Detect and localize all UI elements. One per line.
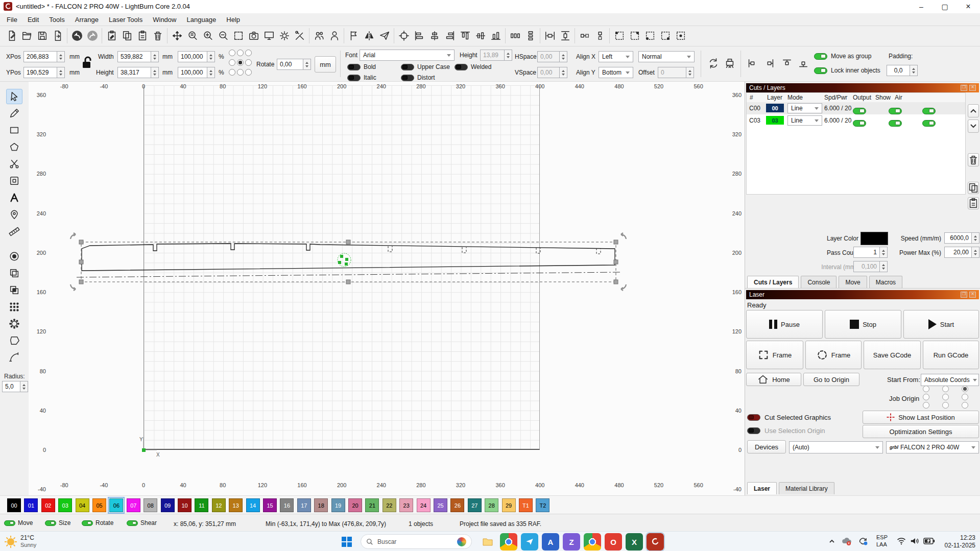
text-tool-tool[interactable] <box>6 190 22 205</box>
xpos-spinner[interactable] <box>57 51 65 62</box>
anchor-point-0-2[interactable] <box>245 50 252 56</box>
start-from-dropdown[interactable]: Absolute Coords <box>921 374 979 386</box>
job-origin-1-0[interactable] <box>923 394 929 400</box>
frame-tool-tool[interactable] <box>6 173 22 188</box>
palette-color-23[interactable]: 23 <box>399 498 413 512</box>
anchor-point-0-0[interactable] <box>229 50 235 56</box>
align-middle-icon[interactable] <box>473 29 488 43</box>
speed-spinner[interactable] <box>972 232 979 244</box>
nudge-h-icon[interactable] <box>577 29 592 43</box>
variable-text-refresh-icon[interactable] <box>706 56 721 70</box>
undo-icon[interactable] <box>69 29 84 43</box>
palette-color-03[interactable]: 03 <box>58 498 72 512</box>
layer-mode-dropdown[interactable]: Line <box>787 103 822 113</box>
pass-spinner[interactable] <box>880 247 888 258</box>
text-style-dropdown[interactable]: Normal <box>638 51 695 62</box>
polygon-edit-tool[interactable] <box>6 333 22 348</box>
palette-color-T1[interactable]: T1 <box>519 498 533 512</box>
new-file-icon[interactable] <box>4 29 19 43</box>
clock-date[interactable]: 02-11-2025 <box>939 542 975 549</box>
pin-tool-tool[interactable] <box>6 207 22 222</box>
push-left-icon[interactable] <box>745 56 759 70</box>
hspace-spinner[interactable] <box>560 51 567 62</box>
palette-color-28[interactable]: 28 <box>485 498 498 512</box>
width-field[interactable]: 539,882 <box>117 51 159 62</box>
onedrive-error-icon[interactable] <box>842 537 852 546</box>
tab-console[interactable]: Console <box>801 276 836 288</box>
search-box[interactable]: Buscar <box>361 534 472 549</box>
lock-aspect-icon[interactable] <box>81 55 94 70</box>
home-button[interactable]: Home <box>746 373 801 386</box>
taskbar-app-app-purple[interactable]: Z <box>563 533 580 550</box>
units-button[interactable]: mm <box>315 56 336 73</box>
frame-rubber-button[interactable]: Frame <box>805 341 862 369</box>
layer-mode-dropdown[interactable]: Line <box>787 115 822 126</box>
show-toggle[interactable] <box>889 120 902 127</box>
job-origin-0-1[interactable] <box>942 386 949 392</box>
menu-language[interactable]: Language <box>182 14 221 25</box>
polygon-tool[interactable] <box>6 139 22 155</box>
print-cut-icon[interactable] <box>722 56 737 70</box>
device-tools-icon[interactable] <box>292 29 307 43</box>
pass-count-field[interactable]: 1 <box>853 247 888 258</box>
job-origin-2-2[interactable] <box>962 402 968 409</box>
taskbar-app-excel[interactable]: X <box>626 533 643 550</box>
alignx-dropdown[interactable]: Left <box>599 51 633 62</box>
start-button[interactable] <box>341 536 352 547</box>
rotate-toggle[interactable]: Rotate <box>82 519 113 526</box>
air-toggle[interactable] <box>922 120 936 127</box>
frame-selection-icon[interactable] <box>231 29 246 43</box>
palette-color-18[interactable]: 18 <box>314 498 328 512</box>
interval-spinner[interactable] <box>880 261 888 272</box>
taskbar-app-opera[interactable]: O <box>605 533 622 550</box>
anchor-point-2-2[interactable] <box>245 69 252 76</box>
height-spinner[interactable] <box>151 67 159 78</box>
tab-macros[interactable]: Macros <box>869 276 902 288</box>
laser-panel-title[interactable]: Laser ❐✕ <box>746 290 979 299</box>
radius-spinner[interactable] <box>20 381 28 392</box>
measure-tool[interactable] <box>6 224 22 239</box>
volume-icon[interactable] <box>910 537 919 545</box>
palette-color-12[interactable]: 12 <box>212 498 226 512</box>
output-toggle[interactable] <box>853 120 866 127</box>
anchor-point-1-1[interactable] <box>237 59 244 66</box>
palette-color-02[interactable]: 02 <box>41 498 55 512</box>
ypos-spinner[interactable] <box>57 67 65 78</box>
copy-layer-settings-button[interactable] <box>968 182 979 194</box>
goto-origin-button[interactable]: Go to Origin <box>803 373 859 386</box>
space-v-icon[interactable] <box>558 29 572 43</box>
pan-view-icon[interactable] <box>170 29 184 43</box>
import-file-icon[interactable] <box>50 29 65 43</box>
xpos-field[interactable]: 206,883 <box>23 51 65 62</box>
minimize-button[interactable]: – <box>910 0 933 13</box>
draw-lines-tool[interactable] <box>6 106 22 121</box>
palette-color-07[interactable]: 07 <box>127 498 140 512</box>
sync-icon[interactable] <box>858 537 868 546</box>
speed-field[interactable]: 6000,0 <box>944 232 979 244</box>
close-panel-icon[interactable]: ✕ <box>969 292 976 298</box>
taskbar-app-word[interactable]: A <box>542 533 559 550</box>
layer-color-chip[interactable]: 00 <box>766 104 784 112</box>
mirror-horizontal-icon[interactable] <box>362 29 376 43</box>
distribute-h-icon[interactable] <box>508 29 522 43</box>
palette-color-29[interactable]: 29 <box>502 498 516 512</box>
aligny-dropdown[interactable]: Bottom <box>599 67 633 78</box>
power-max-field[interactable]: 20,00 <box>944 247 979 258</box>
paste-special-icon[interactable] <box>104 29 119 43</box>
bold-toggle[interactable]: Bold <box>347 63 376 70</box>
user-group-icon[interactable] <box>312 29 326 43</box>
palette-color-20[interactable]: 20 <box>348 498 362 512</box>
port-dropdown[interactable]: (Auto) <box>789 441 883 453</box>
palette-color-01[interactable]: 01 <box>24 498 38 512</box>
vspace-field[interactable]: 0,00 <box>537 67 567 78</box>
palette-color-27[interactable]: 27 <box>468 498 482 512</box>
paste-icon[interactable] <box>135 29 150 43</box>
font-dropdown[interactable]: Arial <box>360 50 455 61</box>
distribute-v-icon[interactable] <box>523 29 538 43</box>
hpct-spinner[interactable] <box>207 67 215 78</box>
palette-color-26[interactable]: 26 <box>450 498 464 512</box>
cut-selected-toggle[interactable]: Cut Selected Graphics <box>747 414 831 421</box>
cut-shapes-tool[interactable] <box>6 156 22 172</box>
weather-temp[interactable]: 21°C <box>20 534 34 541</box>
job-origin-2-0[interactable] <box>923 402 929 409</box>
